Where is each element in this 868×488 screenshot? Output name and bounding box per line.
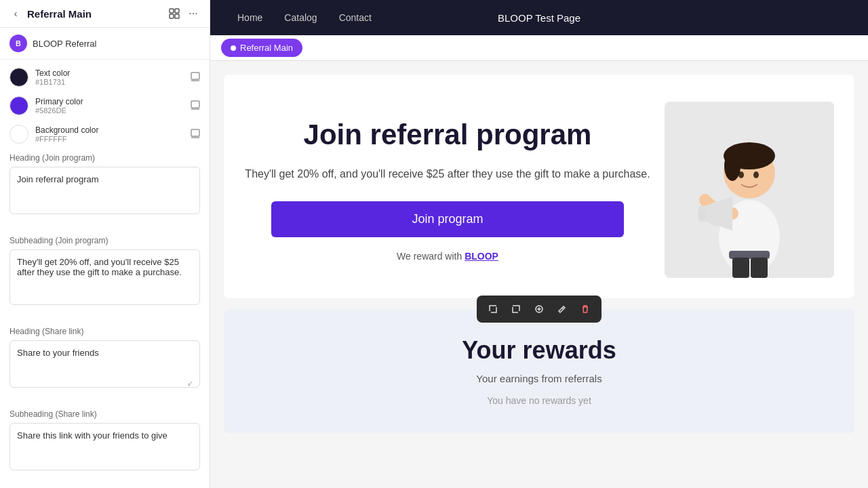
- subheading-join-field[interactable]: They'll get 20% off, and you'll receive …: [9, 249, 200, 305]
- layout-icon[interactable]: [167, 7, 181, 20]
- tab-referral-main[interactable]: Referral Main: [221, 39, 302, 57]
- svg-rect-3: [175, 14, 179, 18]
- subheading-join-label: Subheading (Join program): [9, 236, 200, 245]
- rewards-subheading: Your earnings from referrals: [244, 373, 834, 384]
- rewards-heading: Your rewards: [244, 336, 834, 365]
- bg-color-value: #FFFFFF: [35, 135, 184, 143]
- svg-rect-4: [191, 73, 199, 79]
- sidebar: ‹ Referral Main ··· B BLOOP Referral Tex…: [0, 0, 210, 488]
- text-color-icon[interactable]: [191, 72, 200, 83]
- toolbar-btn-1[interactable]: [484, 300, 502, 319]
- svg-point-18: [698, 205, 706, 222]
- svg-line-25: [562, 308, 564, 309]
- primary-color-icon[interactable]: [191, 100, 200, 112]
- more-icon[interactable]: ···: [186, 7, 200, 20]
- svg-rect-20: [732, 258, 749, 278]
- no-rewards-text: You have no rewards yet: [244, 395, 834, 406]
- app-name: BLOOP Referral: [33, 39, 96, 49]
- bg-color-label: Background color: [35, 125, 184, 135]
- primary-color-swatch[interactable]: [9, 96, 28, 115]
- text-color-info: Text color #1B1731: [35, 68, 184, 86]
- sidebar-app-row: B BLOOP Referral: [0, 28, 210, 60]
- color-item-primary: Primary color #5826DE: [9, 96, 200, 115]
- heading-share-label: Heading (Share link): [9, 327, 200, 336]
- toolbar-btn-edit[interactable]: [553, 300, 572, 319]
- nav-link-contact[interactable]: Contact: [328, 0, 382, 35]
- floating-toolbar: [477, 296, 601, 323]
- svg-rect-0: [170, 9, 174, 13]
- text-color-swatch[interactable]: [9, 68, 28, 87]
- sidebar-content: Text color #1B1731 Primary color #5826DE: [0, 60, 210, 488]
- sidebar-header: ‹ Referral Main ···: [0, 0, 210, 28]
- nav-title: BLOOP Test Page: [498, 12, 580, 24]
- reward-prefix: We reward with: [397, 251, 465, 262]
- primary-color-label: Primary color: [35, 97, 184, 106]
- heading-join-wrapper: Join referral program: [9, 167, 200, 226]
- heading-share-field[interactable]: Share to your friends: [9, 340, 200, 388]
- tab-bar: Referral Main: [210, 35, 868, 61]
- subheading-join-wrapper: They'll get 20% off, and you'll receive …: [9, 249, 200, 317]
- svg-point-15: [738, 171, 744, 178]
- main-area: Home Catalog Contact BLOOP Test Page Ref…: [210, 0, 868, 488]
- color-item-bg: Background color #FFFFFF: [9, 125, 200, 144]
- nav-link-catalog[interactable]: Catalog: [273, 0, 328, 35]
- tab-dot: [231, 45, 236, 51]
- reward-text: We reward with BLOOP: [244, 251, 651, 262]
- join-content: Join referral program They'll get 20% of…: [244, 118, 665, 261]
- svg-point-16: [753, 171, 759, 178]
- text-color-label: Text color: [35, 68, 184, 78]
- primary-color-info: Primary color #5826DE: [35, 97, 184, 115]
- sidebar-header-actions: ···: [167, 7, 200, 20]
- toolbar-btn-2[interactable]: [507, 300, 526, 319]
- back-button[interactable]: ‹: [9, 7, 22, 20]
- heading-share-wrapper: Share to your friends ↙: [9, 340, 200, 400]
- svg-rect-21: [751, 258, 768, 278]
- color-item-text: Text color #1B1731: [9, 68, 200, 87]
- nav-bar: Home Catalog Contact BLOOP Test Page: [210, 0, 868, 35]
- tab-label: Referral Main: [240, 43, 293, 53]
- app-icon: B: [9, 35, 27, 52]
- svg-point-14: [724, 151, 741, 181]
- join-image: [665, 102, 834, 278]
- join-section: Join referral program They'll get 20% of…: [224, 75, 854, 298]
- svg-rect-2: [170, 14, 174, 18]
- nav-link-home[interactable]: Home: [226, 0, 273, 35]
- bg-color-info: Background color #FFFFFF: [35, 125, 184, 143]
- subheading-share-label: Subheading (Share link): [9, 409, 200, 419]
- join-button[interactable]: Join program: [271, 201, 624, 237]
- subheading-share-wrapper: Share this link with your friends to giv…: [9, 423, 200, 483]
- reward-link[interactable]: BLOOP: [465, 251, 498, 262]
- nav-bar-inner: Home Catalog Contact BLOOP Test Page: [226, 0, 852, 35]
- person-illustration: [665, 102, 834, 278]
- heading-join-label: Heading (Join program): [9, 153, 200, 163]
- svg-rect-6: [191, 101, 199, 108]
- main-content: Join referral program They'll get 20% of…: [210, 61, 868, 488]
- join-heading: Join referral program: [244, 118, 651, 152]
- toolbar-btn-3[interactable]: [530, 300, 549, 319]
- heading-join-field[interactable]: Join referral program: [9, 167, 200, 214]
- join-subheading: They'll get 20% off, and you'll receive …: [244, 166, 651, 182]
- bg-color-swatch[interactable]: [9, 125, 28, 144]
- bg-color-icon[interactable]: [191, 129, 200, 140]
- primary-color-value: #5826DE: [35, 106, 184, 115]
- svg-rect-1: [175, 9, 179, 13]
- rewards-section: Your rewards Your earnings from referral…: [224, 309, 854, 433]
- sidebar-title: Referral Main: [27, 8, 162, 20]
- svg-rect-8: [191, 129, 199, 136]
- toolbar-btn-delete[interactable]: [576, 300, 595, 319]
- text-color-value: #1B1731: [35, 78, 184, 86]
- subheading-share-field[interactable]: Share this link with your friends to giv…: [9, 423, 200, 470]
